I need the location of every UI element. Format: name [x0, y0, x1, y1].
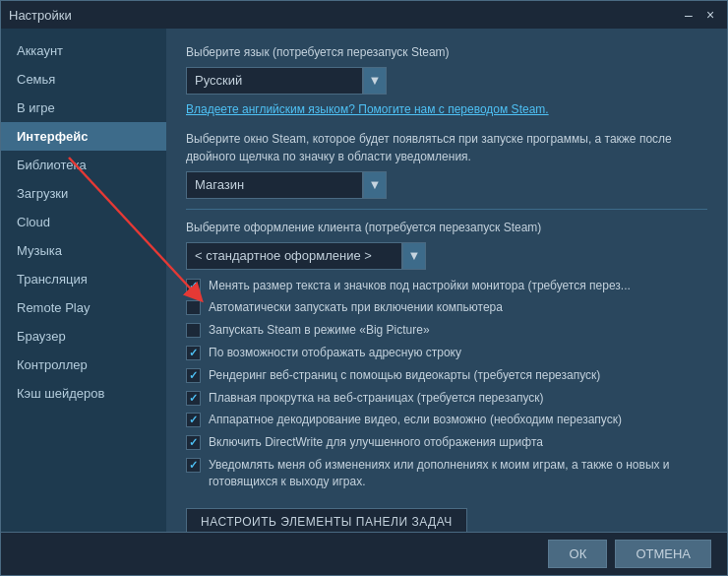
sidebar-item-account[interactable]: Аккаунт — [1, 36, 166, 65]
footer: ОК ОТМЕНА — [1, 532, 727, 575]
checkbox-row-7: Включить DirectWrite для улучшенного ото… — [186, 434, 707, 451]
notify-checkbox-row: Уведомлять меня об изменениях или дополн… — [186, 457, 707, 490]
window-dropdown-arrow[interactable]: ▼ — [363, 171, 387, 199]
checkbox-row-3: По возможности отображать адресную строк… — [186, 345, 707, 361]
main-content: Выберите язык (потребуется перезапуск St… — [166, 29, 727, 532]
lang-dropdown-arrow[interactable]: ▼ — [363, 67, 387, 95]
checkboxes-container: Менять размер текста и значков под настр… — [186, 278, 707, 451]
sidebar-item-browser[interactable]: Браузер — [1, 322, 166, 351]
checkbox-row-2: Запускать Steam в режиме «Big Picture» — [186, 322, 707, 339]
checkbox-4[interactable] — [186, 368, 201, 383]
close-button[interactable]: × — [701, 6, 719, 24]
checkbox-2[interactable] — [186, 323, 201, 338]
checkbox-label-6: Аппаратное декодирование видео, если воз… — [209, 412, 622, 428]
checkbox-7[interactable] — [186, 435, 201, 450]
ok-button[interactable]: ОК — [548, 540, 607, 568]
skin-label: Выберите оформление клиента (потребуется… — [186, 220, 707, 236]
checkbox-label-4: Рендеринг веб-страниц с помощью видеокар… — [209, 367, 600, 384]
checkbox-0[interactable] — [186, 279, 201, 293]
taskbar-btn-wrap: НАСТРОИТЬ ЭЛЕМЕНТЫ ПАНЕЛИ ЗАДАЧ — [186, 496, 707, 532]
dropdown-chevron-icon: ▼ — [369, 73, 382, 88]
lang-dropdown-row: Русский ▼ — [186, 67, 707, 95]
notify-checkbox[interactable] — [186, 458, 201, 473]
sidebar-item-music[interactable]: Музыка — [1, 236, 166, 265]
sidebar-item-remoteplay[interactable]: Remote Play — [1, 293, 166, 322]
sidebar: Аккаунт Семья В игре Интерфейс Библиотек… — [1, 29, 166, 532]
title-bar: Настройки – × — [1, 1, 727, 29]
checkbox-3[interactable] — [186, 346, 201, 360]
skin-dropdown-value: < стандартное оформление > — [195, 248, 372, 263]
checkbox-label-5: Плавная прокрутка на веб-страницах (треб… — [209, 390, 544, 407]
sidebar-item-shadercache[interactable]: Кэш шейдеров — [1, 379, 166, 408]
sidebar-item-ingame[interactable]: В игре — [1, 94, 166, 122]
window-dropdown-chevron-icon: ▼ — [369, 177, 382, 192]
sidebar-item-broadcast[interactable]: Трансляция — [1, 265, 166, 293]
sidebar-item-cloud[interactable]: Cloud — [1, 208, 166, 236]
checkbox-label-0: Менять размер текста и значков под настр… — [209, 278, 631, 294]
checkbox-label-3: По возможности отображать адресную строк… — [209, 345, 461, 361]
checkbox-label-7: Включить DirectWrite для улучшенного ото… — [209, 434, 543, 451]
checkbox-label-2: Запускать Steam в режиме «Big Picture» — [209, 322, 430, 339]
checkbox-1[interactable] — [186, 300, 201, 315]
checkbox-5[interactable] — [186, 391, 201, 406]
taskbar-button[interactable]: НАСТРОИТЬ ЭЛЕМЕНТЫ ПАНЕЛИ ЗАДАЧ — [186, 508, 467, 532]
checkbox-label-1: Автоматически запускать при включении ко… — [209, 299, 503, 316]
checkbox-row-6: Аппаратное декодирование видео, если воз… — [186, 412, 707, 428]
sidebar-item-downloads[interactable]: Загрузки — [1, 179, 166, 208]
minimize-button[interactable]: – — [680, 6, 698, 24]
sidebar-item-controller[interactable]: Контроллер — [1, 351, 166, 379]
checkbox-row-4: Рендеринг веб-страниц с помощью видеокар… — [186, 367, 707, 384]
skin-dropdown-chevron-icon: ▼ — [408, 248, 421, 263]
skin-dropdown-row: < стандартное оформление > ▼ — [186, 242, 707, 270]
skin-dropdown-arrow[interactable]: ▼ — [402, 242, 426, 270]
skin-dropdown[interactable]: < стандартное оформление > — [186, 242, 402, 270]
lang-dropdown-value: Русский — [195, 73, 242, 88]
sidebar-item-family[interactable]: Семья — [1, 65, 166, 94]
window-dropdown-row: Магазин ▼ — [186, 171, 707, 199]
divider1 — [186, 209, 707, 210]
cancel-button[interactable]: ОТМЕНА — [615, 540, 711, 568]
lang-dropdown[interactable]: Русский — [186, 67, 363, 95]
window-controls: – × — [680, 6, 719, 24]
lang-help-link[interactable]: Владеете английским языком? Помогите нам… — [186, 102, 707, 116]
window-dropdown[interactable]: Магазин — [186, 171, 363, 199]
sidebar-item-interface[interactable]: Интерфейс — [1, 122, 166, 151]
checkbox-row-0: Менять размер текста и значков под настр… — [186, 278, 707, 294]
checkbox-row-5: Плавная прокрутка на веб-страницах (треб… — [186, 390, 707, 407]
checkbox-row-1: Автоматически запускать при включении ко… — [186, 299, 707, 316]
checkbox-6[interactable] — [186, 413, 201, 427]
window-label: Выберите окно Steam, которое будет появл… — [186, 130, 707, 165]
window-dropdown-value: Магазин — [195, 177, 244, 192]
notify-label: Уведомлять меня об изменениях или дополн… — [209, 457, 707, 490]
sidebar-item-library[interactable]: Библиотека — [1, 151, 166, 179]
window-title: Настройки — [9, 8, 72, 23]
lang-label: Выберите язык (потребуется перезапуск St… — [186, 44, 707, 61]
